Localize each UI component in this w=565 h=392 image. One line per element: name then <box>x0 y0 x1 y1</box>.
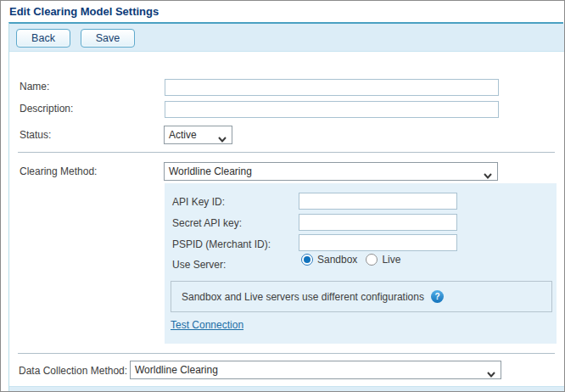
server-note-box: Sandbox and Live servers use different c… <box>171 281 552 312</box>
name-input[interactable] <box>165 79 499 96</box>
edit-clearing-model-page: Edit Clearing Model Settings Back Save N… <box>0 0 565 392</box>
clearing-method-select[interactable]: Worldline Clearing <box>164 162 498 181</box>
chevron-down-icon <box>218 133 227 139</box>
live-radio[interactable] <box>366 254 378 266</box>
api-key-id-input[interactable] <box>299 193 457 210</box>
status-select-value: Active <box>169 129 197 141</box>
use-server-label: Use Server: <box>172 259 226 271</box>
sandbox-radio-label[interactable]: Sandbox <box>317 254 357 266</box>
use-server-radio-group: Sandbox Live <box>301 254 400 266</box>
secret-api-key-input[interactable] <box>299 214 457 231</box>
page-title: Edit Clearing Model Settings <box>9 5 159 18</box>
live-radio-label[interactable]: Live <box>382 254 400 266</box>
chevron-down-icon <box>484 170 492 176</box>
bottom-toolbar <box>9 386 564 392</box>
api-key-id-label: API Key ID: <box>172 196 225 208</box>
pspid-input[interactable] <box>299 234 457 251</box>
section-divider <box>18 353 555 354</box>
sandbox-radio[interactable] <box>301 254 313 266</box>
clearing-method-select-value: Worldline Clearing <box>169 165 252 177</box>
help-icon[interactable]: ? <box>431 290 444 303</box>
secret-api-key-label: Secret API key: <box>172 217 242 229</box>
save-button[interactable]: Save <box>81 29 135 48</box>
test-connection-link[interactable]: Test Connection <box>171 319 243 331</box>
toolbar: Back Save <box>9 24 564 52</box>
server-note-text: Sandbox and Live servers use different c… <box>182 291 424 303</box>
description-input[interactable] <box>165 101 499 118</box>
data-collection-method-select[interactable]: Worldline Clearing <box>130 361 501 379</box>
data-collection-method-select-value: Worldline Clearing <box>135 364 218 376</box>
pspid-label: PSPID (Merchant ID): <box>172 238 271 250</box>
chevron-down-icon <box>487 368 495 374</box>
section-divider <box>18 152 555 153</box>
description-label: Description: <box>20 103 73 115</box>
name-label: Name: <box>20 81 49 92</box>
back-button[interactable]: Back <box>16 29 70 48</box>
status-label: Status: <box>20 129 51 141</box>
clearing-method-label: Clearing Method: <box>20 165 97 177</box>
data-collection-method-label: Data Collection Method: <box>19 365 127 377</box>
status-select[interactable]: Active <box>164 126 232 144</box>
